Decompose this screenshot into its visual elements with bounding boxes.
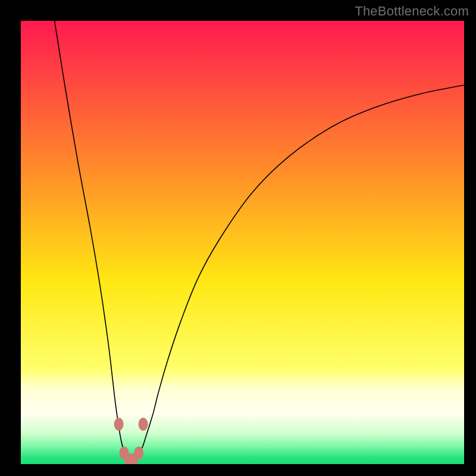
curve-marker	[139, 418, 148, 431]
chart-frame: TheBottleneck.com	[0, 0, 476, 476]
plot-area	[21, 21, 464, 464]
curve-layer	[21, 21, 464, 464]
curve-marker	[114, 418, 124, 431]
curve-markers	[114, 418, 148, 464]
watermark-text: TheBottleneck.com	[355, 4, 469, 19]
bottleneck-curve	[55, 21, 464, 460]
